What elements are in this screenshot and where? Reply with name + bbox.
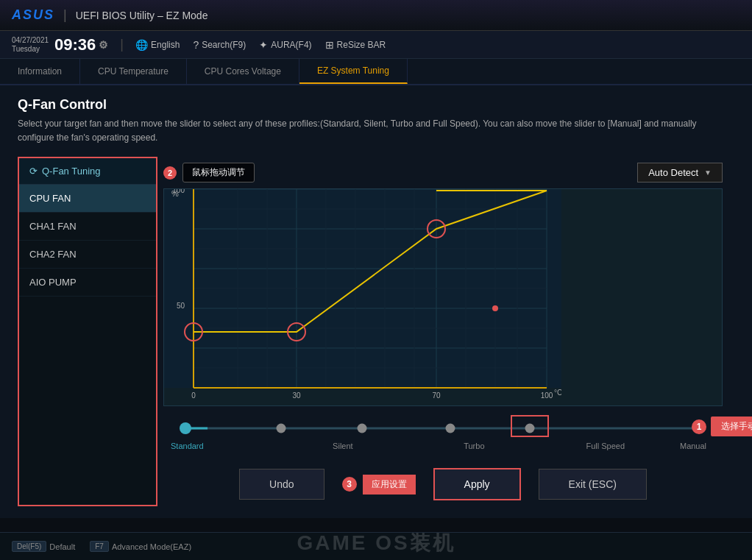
topbar-search[interactable]: ? Search(F9) xyxy=(193,39,246,51)
fan-item-aio[interactable]: AIO PUMP xyxy=(19,269,156,297)
tab-cpu-voltage[interactable]: CPU Cores Voltage xyxy=(187,59,299,84)
fan-sidebar: ⟳ Q-Fan Tuning CPU FAN CHA1 FAN CHA2 FAN… xyxy=(18,157,157,506)
page-desc: Select your target fan and then move the… xyxy=(18,117,734,145)
label-silent: Silent xyxy=(204,442,408,450)
topbar-aura-label: AURA(F4) xyxy=(271,40,311,50)
tab-cpu-temp[interactable]: CPU Temperature xyxy=(80,59,187,84)
topbar-language-label: English xyxy=(151,40,180,50)
svg-text:°C: °C xyxy=(554,389,561,397)
bottom-item-adv: F7 Advanced Mode(EAZ) xyxy=(90,541,191,552)
nav-tabs: Information CPU Temperature CPU Cores Vo… xyxy=(0,59,752,85)
undo-button[interactable]: Undo xyxy=(239,469,324,500)
topbar-resize-label: ReSize BAR xyxy=(337,40,386,50)
fan-item-cha2[interactable]: CHA2 FAN xyxy=(19,241,156,269)
topbar-date: 04/27/2021 xyxy=(12,36,49,45)
slider-knob-standard[interactable] xyxy=(180,422,191,434)
topbar-sep: | xyxy=(120,37,124,52)
slider-labels: Standard Silent Turbo Full Speed Manual xyxy=(163,442,723,450)
watermark: GAME OS装机 xyxy=(297,532,455,557)
hint2-badge: 2 xyxy=(163,166,177,180)
bottom-item-default: Del(F5) Default xyxy=(12,541,75,552)
bottom-label-default: Default xyxy=(49,542,75,551)
topbar-items: 🌐 English ? Search(F9) ✦ AURA(F4) ⊞ ReSi… xyxy=(135,39,386,51)
label-standard: Standard xyxy=(171,442,204,450)
key-del: Del(F5) xyxy=(12,541,46,552)
tab-ez-tuning[interactable]: EZ System Tuning xyxy=(299,59,408,84)
content: Q-Fan Control Select your target fan and… xyxy=(0,85,752,518)
hint3-badge: 3 xyxy=(342,477,357,492)
apply-button[interactable]: Apply xyxy=(433,468,521,500)
topbar-search-label: Search(F9) xyxy=(202,40,246,50)
fan-tune-icon: ⟳ xyxy=(29,166,38,177)
label-turbo: Turbo xyxy=(408,442,539,450)
topbar-datetime: 04/27/2021 Tuesday xyxy=(12,36,49,54)
drag-hint: 鼠标拖动调节 xyxy=(182,163,255,182)
mode-slider-wrapper: Standard Silent Turbo Full Speed Manual … xyxy=(163,417,723,450)
hint1-badge: 1 xyxy=(692,419,706,434)
slider-knob-turbo[interactable] xyxy=(358,424,367,433)
search-icon: ? xyxy=(193,39,199,51)
page-title: Q-Fan Control xyxy=(18,97,734,113)
topbar-time: 09:36 ⚙ xyxy=(54,35,108,54)
manual-hint: 选择手动 xyxy=(711,417,752,436)
bottom-label-adv: Advanced Mode(EAZ) xyxy=(112,542,191,551)
svg-text:100: 100 xyxy=(172,189,185,194)
topbar-aura[interactable]: ✦ AURA(F4) xyxy=(259,39,311,51)
slider-knob-silent[interactable] xyxy=(277,424,286,433)
hint1-wrapper: 1 选择手动 xyxy=(692,417,752,436)
gear-icon[interactable]: ⚙ xyxy=(99,39,108,51)
exit-button[interactable]: Exit (ESC) xyxy=(539,469,647,500)
fan-item-cha1[interactable]: CHA1 FAN xyxy=(19,213,156,241)
svg-text:100: 100 xyxy=(541,391,553,400)
hint3-text: 应用设置 xyxy=(363,475,416,495)
chart-area: 2 鼠标拖动调节 Auto Detect xyxy=(157,157,734,506)
main-panel: ⟳ Q-Fan Tuning CPU FAN CHA1 FAN CHA2 FAN… xyxy=(18,157,734,506)
slider-track-bg xyxy=(185,428,700,430)
header-divider: | xyxy=(63,7,67,23)
chart-svg-wrapper: % 100 50 0 30 70 100 °C xyxy=(163,188,723,406)
topbar-day: Tuesday xyxy=(12,45,49,54)
bottom-bar: Del(F5) Default F7 Advanced Mode(EAZ) GA… xyxy=(0,532,752,560)
slider-track-area xyxy=(163,417,723,440)
label-manual: Manual xyxy=(671,442,715,450)
resize-icon: ⊞ xyxy=(325,39,334,51)
slider-knob-fullspeed[interactable] xyxy=(446,424,455,433)
key-f7: F7 xyxy=(90,541,109,552)
svg-text:70: 70 xyxy=(432,391,441,400)
aura-icon: ✦ xyxy=(259,39,268,51)
svg-text:0: 0 xyxy=(191,391,196,400)
hint3-row: 3 应用设置 xyxy=(342,475,416,495)
fan-sidebar-title: Q-Fan Tuning xyxy=(42,166,101,177)
asus-logo: ASUS xyxy=(12,7,54,23)
svg-text:30: 30 xyxy=(292,391,301,400)
chart-top: 2 鼠标拖动调节 Auto Detect xyxy=(163,163,723,182)
fan-sidebar-header: ⟳ Q-Fan Tuning xyxy=(19,158,156,185)
globe-icon: 🌐 xyxy=(135,39,148,51)
tab-information[interactable]: Information xyxy=(0,59,80,84)
fan-curve-chart: % 100 50 0 30 70 100 °C xyxy=(164,189,561,403)
svg-point-39 xyxy=(492,305,498,311)
fan-item-cpu[interactable]: CPU FAN xyxy=(19,185,156,213)
topbar: 04/27/2021 Tuesday 09:36 ⚙ | 🌐 English ?… xyxy=(0,31,752,59)
slider-knob-manual[interactable] xyxy=(525,424,535,433)
header: ASUS | UEFI BIOS Utility – EZ Mode xyxy=(0,0,752,31)
label-fullspeed: Full Speed xyxy=(540,442,671,450)
auto-detect-dropdown[interactable]: Auto Detect xyxy=(637,163,723,182)
topbar-language[interactable]: 🌐 English xyxy=(135,39,180,51)
svg-text:50: 50 xyxy=(177,302,185,310)
btn-row: Undo 3 应用设置 Apply Exit (ESC) xyxy=(163,468,723,500)
header-title: UEFI BIOS Utility – EZ Mode xyxy=(76,10,208,21)
topbar-resize-bar[interactable]: ⊞ ReSize BAR xyxy=(325,39,386,51)
